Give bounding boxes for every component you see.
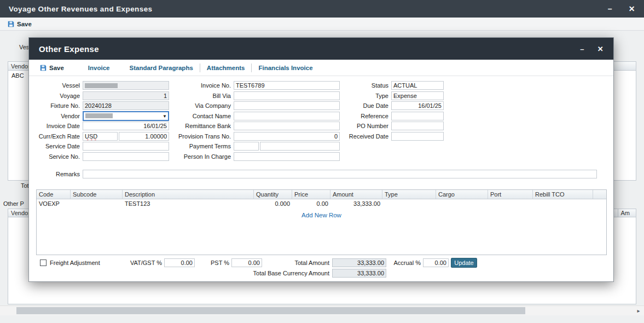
add-new-row-link[interactable]: Add New Row (37, 208, 606, 218)
contact-name-field[interactable] (234, 112, 340, 120)
remarks-label: Remarks (34, 171, 83, 177)
via-company-field[interactable] (234, 101, 340, 110)
vendor-label: Vendor (34, 113, 83, 119)
menu-invoice[interactable]: Invoice (88, 65, 110, 71)
modal-close-button[interactable]: ✕ (597, 45, 604, 53)
reference-label: Reference (343, 113, 391, 119)
col-header-description: Description (123, 190, 254, 199)
remittance-bank-label: Remittance Bank (166, 123, 234, 129)
col-header-amount: Amount (330, 190, 382, 199)
background-section-label: Other P (3, 200, 24, 207)
type-field[interactable]: Expense (391, 91, 444, 100)
grid-row[interactable]: VOEXP TEST123 0.000 0.00 33,333.00 (37, 199, 606, 208)
vessel-label: Vessel (34, 82, 83, 89)
background-vessel-label: Ves (19, 44, 29, 50)
horizontal-scrollbar[interactable]: ▸ (0, 305, 644, 315)
background-grid2-vendor-header: Vendor (11, 210, 30, 216)
cell-description: TEST123 (123, 200, 254, 207)
provision-trans-no-label: Provision Trans No. (166, 133, 234, 140)
col-header-type: Type (382, 190, 436, 199)
col-header-filler (593, 190, 606, 199)
col-header-cargo: Cargo (436, 190, 488, 199)
col-header-rebill-tco: Rebill TCO (533, 190, 593, 199)
modal-menubar: Save Invoice Standard Paragraphs Attachm… (29, 60, 613, 76)
form-column-right: Status ACTUAL Type Expense Due Date 16/0… (343, 80, 445, 141)
reference-field[interactable] (391, 112, 444, 120)
menu-financials-invoice[interactable]: Financials Invoice (258, 65, 312, 71)
scrollbar-thumb[interactable] (16, 307, 525, 314)
menu-attachments[interactable]: Attachments (207, 65, 245, 71)
cell-code: VOEXP (37, 200, 71, 207)
po-number-field[interactable] (391, 122, 444, 130)
payment-terms-desc-field[interactable] (260, 142, 340, 151)
total-amount-label: Total Amount (270, 259, 329, 266)
service-date-field[interactable] (83, 142, 169, 151)
update-button[interactable]: Update (451, 258, 477, 268)
remarks-row: Remarks (34, 169, 602, 180)
save-icon (40, 65, 47, 71)
main-titlebar: Voyage Other Revenues and Expenses – ✕ (0, 0, 644, 18)
freight-adjustment-label: Freight Adjustment (50, 259, 100, 266)
voyage-label: Voyage (34, 93, 83, 99)
freight-adjustment-checkbox[interactable] (40, 259, 47, 266)
scroll-right-arrow-icon[interactable]: ▸ (634, 307, 643, 315)
main-close-button[interactable]: ✕ (629, 4, 635, 13)
main-save-button[interactable]: Save (8, 21, 32, 27)
form-column-left: Vessel Voyage 1 Fixture No. 20240128 Ven… (34, 80, 170, 162)
col-header-port: Port (488, 190, 533, 199)
total-base-currency-field: 33,333.00 (332, 269, 386, 278)
col-header-price: Price (292, 190, 330, 199)
currency-field[interactable]: USD (83, 132, 118, 141)
main-minimize-button[interactable]: – (608, 4, 612, 13)
bill-via-field[interactable] (234, 91, 340, 100)
person-in-charge-label: Person In Charge (166, 153, 234, 160)
background-grid1-vendor-header: Vendor (11, 63, 30, 70)
save-icon (8, 21, 14, 27)
col-header-quantity: Quantity (254, 190, 292, 199)
remarks-field[interactable] (83, 170, 597, 178)
remittance-bank-field[interactable] (234, 122, 340, 130)
menu-standard-paragraphs[interactable]: Standard Paragraphs (130, 65, 193, 71)
fixture-no-label: Fixture No. (34, 102, 83, 109)
received-date-field[interactable] (391, 132, 444, 141)
vessel-field[interactable] (83, 81, 169, 90)
received-date-label: Received Date (343, 133, 391, 140)
service-no-label: Service No. (34, 153, 83, 160)
grid-header-row: Code Subcode Description Quantity Price … (37, 190, 606, 199)
modal-titlebar: Other Expense – ✕ (29, 38, 613, 60)
invoice-no-label: Invoice No. (166, 82, 234, 89)
provision-trans-no-field[interactable]: 0 (234, 132, 340, 141)
background-total-label: Tot (21, 182, 29, 189)
cell-amount: 33,333.00 (330, 200, 382, 207)
status-label: Status (343, 82, 391, 89)
background-grid2-amount-header: Am (618, 209, 630, 217)
person-in-charge-field[interactable] (234, 152, 340, 161)
type-label: Type (343, 93, 391, 99)
vat-gst-field[interactable]: 0.00 (164, 258, 195, 267)
invoice-no-field[interactable]: TEST6789 (234, 81, 340, 90)
due-date-field[interactable]: 16/01/25 (391, 101, 444, 110)
total-base-currency-label: Total Base Currency Amount (237, 270, 329, 276)
modal-minimize-button[interactable]: – (580, 45, 584, 53)
invoice-date-field[interactable]: 16/01/25 (83, 122, 169, 130)
invoice-date-label: Invoice Date (34, 123, 83, 129)
bill-via-label: Bill Via (166, 93, 234, 99)
status-field[interactable]: ACTUAL (391, 81, 444, 90)
payment-terms-label: Payment Terms (166, 143, 234, 149)
modal-save-button[interactable]: Save (40, 65, 64, 71)
accrual-label: Accrual % (379, 259, 421, 266)
cell-quantity: 0.000 (254, 200, 292, 207)
payment-terms-code-field[interactable] (234, 142, 259, 151)
fixture-no-field[interactable]: 20240128 (83, 101, 169, 110)
pst-field[interactable]: 0.00 (231, 258, 262, 267)
exchange-rate-field[interactable]: 1.00000 (119, 132, 169, 141)
voyage-field[interactable]: 1 (83, 91, 169, 100)
form-column-middle: Invoice No. TEST6789 Bill Via Via Compan… (166, 80, 341, 162)
cell-price: 0.00 (292, 200, 330, 207)
service-date-label: Service Date (34, 143, 83, 149)
vendor-combobox[interactable]: ▼ (83, 111, 169, 121)
service-no-field[interactable] (83, 152, 169, 161)
accrual-field[interactable]: 0.00 (423, 258, 449, 267)
main-toolbar: Save (0, 18, 644, 31)
menu-divider (251, 64, 252, 72)
